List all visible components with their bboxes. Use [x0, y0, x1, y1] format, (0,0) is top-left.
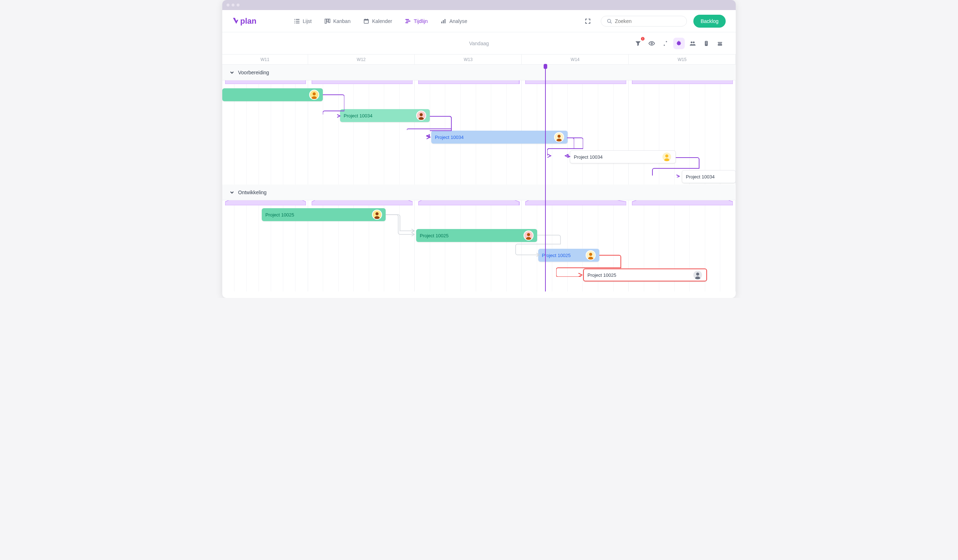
- nav-kanban[interactable]: Kanban: [320, 16, 355, 27]
- task-label: Project 10034: [686, 174, 715, 179]
- task-bar[interactable]: Project 10025: [538, 249, 599, 262]
- filter-badge: 1: [641, 37, 644, 41]
- filter-button[interactable]: 1: [632, 38, 644, 49]
- task-bar[interactable]: Project 10025: [262, 208, 385, 221]
- task-connector: [385, 213, 418, 236]
- tools-button[interactable]: [660, 38, 671, 49]
- svg-rect-1: [295, 19, 295, 20]
- window-titlebar: [222, 0, 736, 10]
- task-label: Project 10034: [435, 135, 463, 140]
- svg-rect-9: [328, 19, 330, 22]
- window-minimize-icon[interactable]: [232, 3, 235, 6]
- expand-icon: [585, 18, 591, 24]
- svg-point-22: [691, 41, 693, 43]
- svg-rect-14: [405, 19, 409, 20]
- team-button[interactable]: [687, 38, 698, 49]
- svg-rect-26: [706, 43, 707, 43]
- svg-rect-5: [295, 22, 295, 23]
- svg-point-40: [376, 212, 379, 216]
- chevron-down-icon: [230, 190, 235, 195]
- svg-rect-28: [718, 42, 722, 43]
- today-line: [545, 65, 546, 292]
- search-input[interactable]: [615, 18, 681, 24]
- backlog-button[interactable]: Backlog: [693, 15, 726, 28]
- svg-rect-30: [718, 44, 722, 46]
- avatar: [554, 132, 564, 142]
- window-maximize-icon[interactable]: [236, 3, 240, 6]
- svg-rect-18: [443, 20, 444, 23]
- svg-rect-8: [327, 19, 328, 22]
- task-bar[interactable]: Project 10034: [431, 131, 568, 144]
- avatar: [662, 152, 672, 162]
- search-input-container[interactable]: [601, 16, 687, 27]
- week-col-w15: W15: [629, 55, 736, 64]
- task-bar[interactable]: Project 10034: [682, 170, 736, 183]
- task-label: Project 10025: [542, 253, 571, 258]
- window-close-icon[interactable]: [227, 3, 230, 6]
- svg-rect-17: [441, 22, 443, 23]
- toolbar: Vandaag 1: [222, 32, 736, 55]
- app-window: plan Lijst Kanban Kalender Tijdlijn Anal…: [222, 0, 736, 298]
- today-label[interactable]: Vandaag: [469, 41, 489, 46]
- logo[interactable]: plan: [232, 16, 272, 26]
- eye-icon: [649, 40, 655, 47]
- svg-rect-12: [365, 19, 366, 20]
- task-bar[interactable]: Project 10025: [583, 268, 707, 281]
- nav-label: Lijst: [303, 18, 312, 24]
- search-icon: [607, 18, 612, 24]
- nav-label: Tijdlijn: [414, 18, 428, 24]
- nav-label: Kalender: [372, 18, 392, 24]
- expand-button[interactable]: [581, 15, 594, 28]
- week-header: W11 W12 W13 W14 W15: [222, 55, 736, 65]
- app-header: plan Lijst Kanban Kalender Tijdlijn Anal…: [222, 10, 736, 32]
- nav-timeline[interactable]: Tijdlijn: [400, 16, 433, 27]
- archive-button[interactable]: [714, 38, 726, 49]
- svg-point-34: [420, 113, 423, 116]
- svg-rect-16: [405, 22, 408, 23]
- svg-point-36: [558, 135, 561, 138]
- calendar-icon: [363, 18, 369, 24]
- avatar: [372, 209, 382, 220]
- svg-rect-7: [325, 19, 327, 23]
- plugin-button[interactable]: [673, 38, 685, 49]
- task-connector: [385, 213, 418, 236]
- nav-list[interactable]: Lijst: [289, 16, 317, 27]
- task-label: Project 10025: [420, 233, 449, 238]
- resource-button[interactable]: [701, 38, 712, 49]
- group-title: Voorbereiding: [238, 70, 269, 75]
- svg-rect-27: [706, 44, 707, 44]
- group-header-ontwikkeling[interactable]: Ontwikkeling: [222, 184, 736, 200]
- svg-point-42: [527, 233, 530, 236]
- nav-calendar[interactable]: Kalender: [358, 16, 397, 27]
- tools-icon: [663, 41, 668, 46]
- svg-rect-3: [295, 21, 295, 22]
- nav-label: Analyse: [449, 18, 467, 24]
- team-icon: [689, 40, 696, 47]
- task-label: Project 10025: [265, 212, 294, 217]
- nav-analyse[interactable]: Analyse: [436, 16, 472, 27]
- group-header-voorbereiding[interactable]: Voorbereiding: [222, 65, 736, 81]
- week-col-w13: W13: [415, 55, 522, 64]
- task-bar[interactable]: Project 10034: [570, 151, 676, 163]
- task-label: Project 10025: [587, 273, 616, 278]
- svg-point-44: [589, 253, 592, 256]
- avatar: [523, 230, 534, 241]
- task-bar[interactable]: Project 10025: [416, 229, 537, 242]
- svg-rect-4: [296, 21, 300, 22]
- group-title: Ontwikkeling: [238, 190, 266, 195]
- svg-point-20: [607, 19, 611, 22]
- task-bar[interactable]: [222, 88, 323, 101]
- avatar: [309, 90, 319, 100]
- svg-rect-6: [296, 22, 300, 23]
- kanban-icon: [325, 18, 330, 24]
- week-col-w14: W14: [522, 55, 629, 64]
- filter-icon: [635, 41, 641, 46]
- visibility-button[interactable]: [646, 38, 657, 49]
- resource-icon: [704, 41, 709, 46]
- svg-rect-11: [364, 19, 368, 21]
- avatar: [586, 250, 596, 260]
- svg-rect-2: [296, 19, 300, 20]
- week-col-w12: W12: [308, 55, 415, 64]
- svg-point-38: [665, 154, 669, 158]
- task-bar[interactable]: Project 10034: [340, 109, 430, 122]
